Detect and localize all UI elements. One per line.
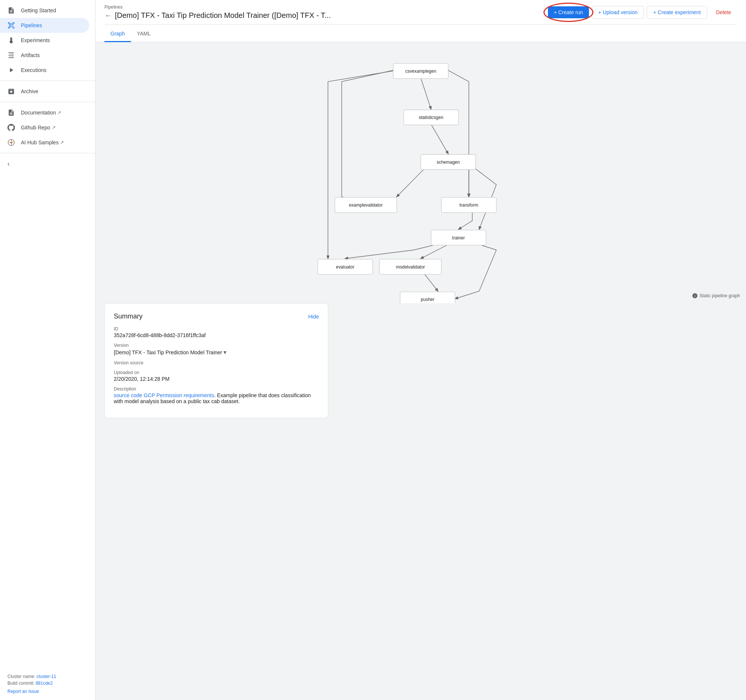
svg-text:transform: transform xyxy=(460,203,478,208)
sidebar-item-label: AI Hub Samples xyxy=(21,140,59,146)
summary-description-value: source code GCP Permission requirements.… xyxy=(114,392,319,404)
pipeline-svg: csvexamplegen statisticsgen schemagen ex… xyxy=(95,42,746,303)
breadcrumb: Pipelines xyxy=(104,5,331,10)
sidebar-item-github[interactable]: Github Repo ↗ xyxy=(0,120,89,135)
upload-version-button[interactable]: + Upload version xyxy=(592,6,644,19)
svg-text:examplevalidator: examplevalidator xyxy=(349,203,382,208)
sidebar-item-artifacts[interactable]: Artifacts xyxy=(0,48,89,63)
svg-text:pusher: pusher xyxy=(421,297,435,302)
page-header: Pipelines ← [Demo] TFX - Taxi Tip Predic… xyxy=(95,0,746,42)
summary-id-row: ID 352a728f-6cd8-488b-8dd2-3716f1ffc3af xyxy=(114,326,319,338)
divider-3 xyxy=(0,153,95,153)
sidebar-item-label: Github Repo xyxy=(21,125,50,131)
build-commit: Build commit: 881cde2 xyxy=(8,680,88,686)
delete-button[interactable]: Delete xyxy=(710,6,737,18)
svg-text:statisticsgen: statisticsgen xyxy=(419,115,444,120)
sidebar-item-label: Archive xyxy=(21,89,38,95)
create-experiment-button[interactable]: + Create experiment xyxy=(647,6,707,19)
sidebar-item-label: Artifacts xyxy=(21,52,40,58)
pipeline-icon xyxy=(8,22,15,29)
sidebar-item-aihub[interactable]: AI Hub Samples ↗ xyxy=(0,135,89,150)
external-link-icon-2: ↗ xyxy=(52,125,56,130)
graph-area[interactable]: csvexamplegen statisticsgen schemagen ex… xyxy=(95,42,746,700)
sidebar-item-label: Getting Started xyxy=(21,8,56,14)
summary-hide-button[interactable]: Hide xyxy=(308,314,319,320)
page-title: [Demo] TFX - Taxi Tip Prediction Model T… xyxy=(115,11,331,20)
svg-text:csvexamplegen: csvexamplegen xyxy=(405,69,436,74)
divider-1 xyxy=(0,81,95,81)
cluster-name: Cluster name: cluster-11 xyxy=(8,674,88,679)
archive-icon xyxy=(8,88,15,95)
aihub-icon xyxy=(8,139,15,146)
svg-text:evaluator: evaluator xyxy=(336,264,354,270)
pipeline-graph: csvexamplegen statisticsgen schemagen ex… xyxy=(95,42,746,303)
header-actions: + Create run + Upload version + Create e… xyxy=(548,6,737,19)
sidebar: Getting Started Pipelines Experiments Ar… xyxy=(0,0,95,700)
content-area: csvexamplegen statisticsgen schemagen ex… xyxy=(95,42,746,700)
divider-2 xyxy=(0,102,95,102)
summary-panel: Summary Hide ID 352a728f-6cd8-488b-8dd2-… xyxy=(104,303,328,418)
summary-version-source-row: Version source xyxy=(114,360,319,365)
sidebar-item-experiments[interactable]: Experiments xyxy=(0,33,89,48)
sidebar-item-getting-started[interactable]: Getting Started xyxy=(0,3,89,18)
external-link-icon: ↗ xyxy=(57,110,61,115)
description-link[interactable]: source code GCP Permission requirements xyxy=(114,392,214,398)
sidebar-item-pipelines[interactable]: Pipelines xyxy=(0,18,89,33)
build-link[interactable]: 881cde2 xyxy=(35,680,53,686)
artifact-icon xyxy=(8,51,15,59)
create-run-button[interactable]: + Create run xyxy=(548,6,589,18)
sidebar-item-executions[interactable]: Executions xyxy=(0,63,89,78)
summary-uploaded-row: Uploaded on 2/20/2020, 12:14:28 PM xyxy=(114,370,319,382)
summary-version-row: Version [Demo] TFX - Taxi Tip Prediction… xyxy=(114,343,319,356)
collapse-icon: ‹ xyxy=(8,160,10,168)
create-run-wrapper: + Create run xyxy=(548,6,589,18)
summary-description-row: Description source code GCP Permission r… xyxy=(114,386,319,404)
svg-text:schemagen: schemagen xyxy=(437,159,460,165)
sidebar-item-archive[interactable]: Archive xyxy=(0,84,89,99)
collapse-sidebar-button[interactable]: ‹ xyxy=(0,156,95,171)
sidebar-item-documentation[interactable]: Documentation ↗ xyxy=(0,105,89,120)
summary-header: Summary Hide xyxy=(114,312,319,320)
summary-version-value: [Demo] TFX - Taxi Tip Prediction Model T… xyxy=(114,350,222,355)
version-dropdown-icon[interactable]: ▾ xyxy=(223,349,226,356)
github-icon xyxy=(8,124,15,131)
sidebar-item-label: Executions xyxy=(21,67,46,73)
cluster-link[interactable]: cluster-11 xyxy=(36,674,56,679)
summary-uploaded-value: 2/20/2020, 12:14:28 PM xyxy=(114,376,319,382)
sidebar-item-label: Pipelines xyxy=(21,23,42,29)
summary-id-value: 352a728f-6cd8-488b-8dd2-3716f1ffc3af xyxy=(114,332,319,338)
info-icon xyxy=(692,293,698,299)
doc-icon xyxy=(8,109,15,116)
tab-yaml[interactable]: YAML xyxy=(131,26,156,42)
svg-text:trainer: trainer xyxy=(452,235,465,240)
sidebar-footer: Cluster name: cluster-11 Build commit: 8… xyxy=(0,668,95,700)
file-icon xyxy=(8,7,15,14)
tabs-container: Graph YAML xyxy=(104,25,737,42)
flask-icon xyxy=(8,36,15,44)
main-content: Pipelines ← [Demo] TFX - Taxi Tip Predic… xyxy=(95,0,746,700)
tab-graph[interactable]: Graph xyxy=(104,26,131,42)
external-link-icon-3: ↗ xyxy=(60,140,64,145)
sidebar-nav: Getting Started Pipelines Experiments Ar… xyxy=(0,0,95,668)
back-button[interactable]: ← xyxy=(104,11,112,20)
summary-title: Summary xyxy=(114,312,143,320)
report-issue-link[interactable]: Report an Issue xyxy=(8,689,39,694)
header-top: Pipelines ← [Demo] TFX - Taxi Tip Predic… xyxy=(104,0,737,25)
sidebar-item-label: Experiments xyxy=(21,37,50,43)
play-icon xyxy=(8,66,15,74)
static-pipeline-label: Static pipeline graph xyxy=(692,293,740,299)
svg-text:modelvalidator: modelvalidator xyxy=(396,264,425,270)
sidebar-item-label: Documentation xyxy=(21,110,56,116)
